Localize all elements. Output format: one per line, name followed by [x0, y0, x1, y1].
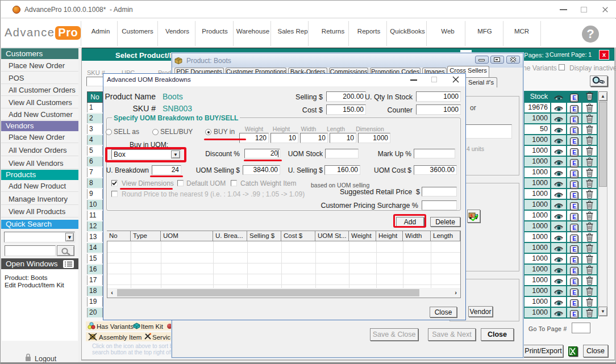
- svg-text:$: $: [471, 213, 473, 219]
